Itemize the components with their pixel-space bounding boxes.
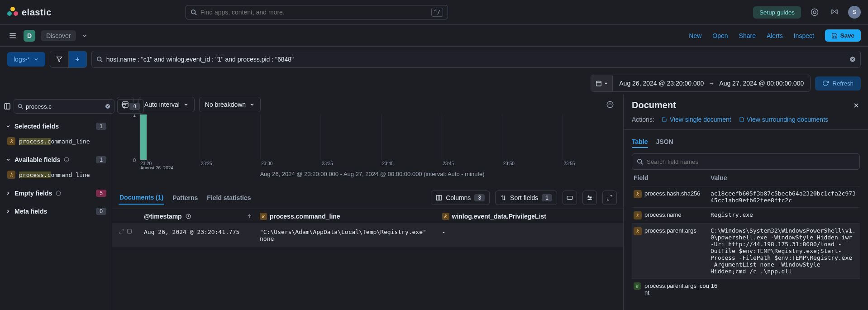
col2-header[interactable]: k winlog.event_data.PrivilegeList xyxy=(442,213,617,220)
refresh-button[interactable]: Refresh xyxy=(815,76,861,91)
tab-documents[interactable]: Documents (1) xyxy=(119,191,164,205)
chart-toolbar: Auto interval No breakdown xyxy=(112,95,623,114)
columns-count: 3 xyxy=(474,194,485,201)
svg-text:23:35: 23:35 xyxy=(322,161,333,166)
svg-text:0: 0 xyxy=(133,157,136,163)
field-item[interactable]: k process.command_line xyxy=(4,134,108,148)
clear-field-search-icon[interactable] xyxy=(105,104,110,109)
checkbox-icon[interactable] xyxy=(127,229,132,234)
histogram-chart[interactable]: 0123:2023:2523:3023:3523:4023:4523:5023:… xyxy=(112,114,623,187)
index-pattern-selector[interactable]: logs-* xyxy=(7,52,45,67)
sort-count: 1 xyxy=(542,194,552,201)
time-to: Aug 27, 2024 @ 00:00:00.000 xyxy=(719,80,804,87)
query-bar: logs-* xyxy=(0,47,868,72)
collapse-sidebar-icon[interactable] xyxy=(4,100,11,113)
table-row[interactable]: Aug 26, 2024 @ 23:20:41.775 "C:\Users\Ad… xyxy=(112,224,623,247)
svg-point-19 xyxy=(19,105,22,108)
col1-header[interactable]: k process.command_line xyxy=(260,213,435,220)
help-icon[interactable] xyxy=(808,6,821,19)
fullscreen-icon[interactable] xyxy=(602,191,617,205)
global-header: elastic ^/ Setup guides S xyxy=(0,0,868,25)
lens-icon[interactable] xyxy=(601,97,619,112)
field-search-field[interactable] xyxy=(26,103,102,110)
clear-query-icon[interactable] xyxy=(849,56,856,62)
avatar[interactable]: S xyxy=(848,6,861,19)
field-item[interactable]: k process.command_line xyxy=(4,168,108,181)
keyboard-icon[interactable] xyxy=(563,191,577,205)
columns-button[interactable]: Columns 3 xyxy=(431,191,490,205)
doc-grid-header: Field Value xyxy=(632,170,860,186)
app-name[interactable]: Discover xyxy=(41,30,76,41)
global-search-input[interactable] xyxy=(200,9,428,16)
setup-guides-button[interactable]: Setup guides xyxy=(753,6,801,19)
global-search[interactable]: ^/ xyxy=(186,5,448,19)
results-pane: Auto interval No breakdown 0123:2023:252… xyxy=(112,95,624,310)
svg-text:August 26, 2024: August 26, 2024 xyxy=(140,166,173,169)
available-fields-section[interactable]: Available fields 1 xyxy=(4,153,108,166)
doc-field-row[interactable]: kprocess.nameRegistry.exe xyxy=(632,207,860,223)
query-input-field[interactable] xyxy=(106,56,846,63)
main-content: 0 Selected fields 1 k process.command_li… xyxy=(0,95,868,310)
alerts-link[interactable]: Alerts xyxy=(767,32,783,39)
display-options-icon[interactable] xyxy=(582,191,597,205)
sort-ascending-icon[interactable] xyxy=(247,214,253,219)
breakdown-label: No breakdown xyxy=(205,101,246,108)
doc-field-row[interactable]: kprocess.hash.sha256ac18ceefb605f3b87c5b… xyxy=(632,186,860,207)
doc-field-name: process.parent.args_count xyxy=(644,282,711,296)
empty-fields-section[interactable]: Empty fields 5 xyxy=(4,187,108,200)
doc-field-search-input[interactable] xyxy=(647,158,855,165)
interval-label: Auto interval xyxy=(144,101,180,108)
add-filter-icon[interactable] xyxy=(68,51,86,67)
refresh-icon xyxy=(822,80,829,86)
app-badge: D xyxy=(24,30,35,42)
chart-caption: Aug 26, 2024 @ 23:20:00.000 - Aug 27, 20… xyxy=(130,171,614,177)
meta-fields-section[interactable]: Meta fields 0 xyxy=(4,205,108,218)
selected-fields-section[interactable]: Selected fields 1 xyxy=(4,120,108,133)
doc-field-search[interactable] xyxy=(632,153,860,170)
open-link[interactable]: Open xyxy=(712,32,728,39)
tab-field-statistics[interactable]: Field statistics xyxy=(206,191,252,204)
inspect-link[interactable]: Inspect xyxy=(794,32,814,39)
close-icon[interactable] xyxy=(853,102,860,109)
doc-field-row[interactable]: #process.parent.args_count16 xyxy=(632,278,860,300)
chevron-down-icon xyxy=(604,81,608,86)
interval-selector[interactable]: Auto interval xyxy=(138,97,195,112)
nav-toggle-icon[interactable] xyxy=(7,30,18,41)
share-link[interactable]: Share xyxy=(739,32,756,39)
index-pattern-label: logs-* xyxy=(14,56,30,63)
fields-sidebar: 0 Selected fields 1 k process.command_li… xyxy=(0,95,112,310)
sort-button[interactable]: Sort fields 1 xyxy=(495,191,557,205)
timestamp-header[interactable]: @timestamp xyxy=(144,213,253,220)
toggle-chart-icon[interactable] xyxy=(117,97,134,112)
meta-fields-label: Meta fields xyxy=(14,208,47,215)
chevron-down-icon[interactable] xyxy=(81,33,88,39)
tab-table[interactable]: Table xyxy=(632,136,648,148)
calendar-icon[interactable] xyxy=(591,75,613,91)
query-input[interactable] xyxy=(91,51,861,68)
view-single-document-link[interactable]: View single document xyxy=(662,116,731,123)
svg-text:23:45: 23:45 xyxy=(443,161,454,166)
newsfeed-icon[interactable] xyxy=(828,6,841,19)
info-icon[interactable] xyxy=(56,191,61,196)
chevron-right-icon xyxy=(5,209,11,214)
time-picker[interactable]: Aug 26, 2024 @ 23:20:00.000 → Aug 27, 20… xyxy=(591,75,811,92)
field-search-row: 0 xyxy=(4,98,108,114)
elastic-logo[interactable]: elastic xyxy=(7,7,52,18)
time-from: Aug 26, 2024 @ 23:20:00.000 xyxy=(619,80,704,87)
tab-patterns[interactable]: Patterns xyxy=(172,191,199,204)
filter-icon[interactable] xyxy=(50,51,68,67)
breakdown-selector[interactable]: No breakdown xyxy=(199,97,261,112)
info-icon[interactable] xyxy=(64,157,69,162)
field-search-input[interactable] xyxy=(14,99,114,114)
tab-json[interactable]: JSON xyxy=(656,136,673,148)
doc-field-value: C:\Windows\System32\WindowsPowerShell\v1… xyxy=(711,227,858,275)
doc-field-row[interactable]: kprocess.parent.argsC:\Windows\System32\… xyxy=(632,223,860,278)
number-type-icon: # xyxy=(634,282,641,290)
sort-icon xyxy=(500,195,506,201)
time-range-display[interactable]: Aug 26, 2024 @ 23:20:00.000 → Aug 27, 20… xyxy=(613,80,810,87)
expand-icon[interactable] xyxy=(119,229,124,234)
keyword-type-icon: k xyxy=(7,137,15,145)
save-button[interactable]: Save xyxy=(825,29,861,42)
new-link[interactable]: New xyxy=(689,32,701,39)
view-surrounding-documents-link[interactable]: View surrounding documents xyxy=(739,116,828,123)
